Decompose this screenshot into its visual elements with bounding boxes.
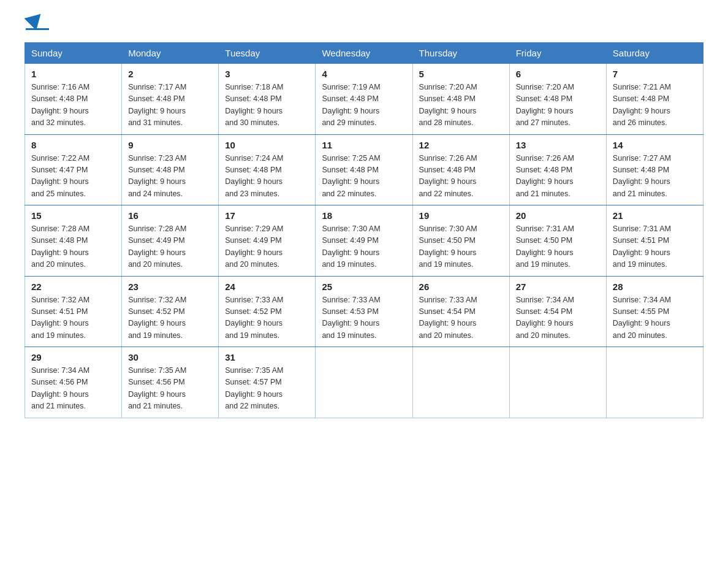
calendar-cell: 20 Sunrise: 7:31 AMSunset: 4:50 PMDaylig… xyxy=(509,205,606,277)
calendar-cell: 19 Sunrise: 7:30 AMSunset: 4:50 PMDaylig… xyxy=(412,205,509,277)
day-number: 11 xyxy=(322,140,406,150)
day-number: 28 xyxy=(613,282,697,292)
calendar-cell: 15 Sunrise: 7:28 AMSunset: 4:48 PMDaylig… xyxy=(25,205,122,277)
day-number: 15 xyxy=(31,210,115,221)
weekday-header-thursday: Thursday xyxy=(412,43,509,64)
calendar-week-4: 22 Sunrise: 7:32 AMSunset: 4:51 PMDaylig… xyxy=(25,276,703,347)
weekday-header-tuesday: Tuesday xyxy=(219,43,316,64)
calendar-cell: 4 Sunrise: 7:19 AMSunset: 4:48 PMDayligh… xyxy=(316,64,412,135)
day-info: Sunrise: 7:26 AMSunset: 4:48 PMDaylight:… xyxy=(516,153,600,201)
day-number: 24 xyxy=(225,282,309,292)
day-number: 10 xyxy=(225,140,309,150)
calendar-cell: 31 Sunrise: 7:35 AMSunset: 4:57 PMDaylig… xyxy=(219,347,316,418)
calendar-cell: 29 Sunrise: 7:34 AMSunset: 4:56 PMDaylig… xyxy=(25,347,122,418)
day-number: 25 xyxy=(322,282,406,292)
day-info: Sunrise: 7:34 AMSunset: 4:54 PMDaylight:… xyxy=(516,294,600,342)
day-info: Sunrise: 7:29 AMSunset: 4:49 PMDaylight:… xyxy=(225,223,309,271)
day-info: Sunrise: 7:18 AMSunset: 4:48 PMDaylight:… xyxy=(225,82,309,129)
day-number: 31 xyxy=(225,352,309,362)
calendar-cell: 23 Sunrise: 7:32 AMSunset: 4:52 PMDaylig… xyxy=(122,276,219,347)
day-info: Sunrise: 7:23 AMSunset: 4:48 PMDaylight:… xyxy=(128,153,212,201)
day-info: Sunrise: 7:21 AMSunset: 4:48 PMDaylight:… xyxy=(613,82,697,129)
calendar-week-2: 8 Sunrise: 7:22 AMSunset: 4:47 PMDayligh… xyxy=(25,134,703,205)
day-number: 5 xyxy=(419,69,503,79)
day-info: Sunrise: 7:33 AMSunset: 4:53 PMDaylight:… xyxy=(322,294,406,342)
calendar-cell: 18 Sunrise: 7:30 AMSunset: 4:49 PMDaylig… xyxy=(316,205,412,277)
day-info: Sunrise: 7:34 AMSunset: 4:56 PMDaylight:… xyxy=(31,365,115,413)
day-info: Sunrise: 7:27 AMSunset: 4:48 PMDaylight:… xyxy=(613,153,697,201)
weekday-header-wednesday: Wednesday xyxy=(316,43,412,64)
day-info: Sunrise: 7:32 AMSunset: 4:51 PMDaylight:… xyxy=(31,294,115,342)
day-info: Sunrise: 7:34 AMSunset: 4:55 PMDaylight:… xyxy=(613,294,697,342)
day-info: Sunrise: 7:17 AMSunset: 4:48 PMDaylight:… xyxy=(128,82,212,129)
day-number: 7 xyxy=(613,69,697,79)
day-info: Sunrise: 7:16 AMSunset: 4:48 PMDaylight:… xyxy=(31,82,115,129)
day-info: Sunrise: 7:20 AMSunset: 4:48 PMDaylight:… xyxy=(516,82,600,129)
calendar-cell xyxy=(606,347,703,418)
day-number: 21 xyxy=(613,210,697,221)
day-number: 20 xyxy=(516,210,600,221)
day-info: Sunrise: 7:35 AMSunset: 4:57 PMDaylight:… xyxy=(225,365,309,413)
day-number: 9 xyxy=(128,140,212,150)
day-number: 17 xyxy=(225,210,309,221)
day-number: 19 xyxy=(419,210,503,221)
day-number: 29 xyxy=(31,352,115,362)
calendar-cell xyxy=(412,347,509,418)
calendar-cell: 5 Sunrise: 7:20 AMSunset: 4:48 PMDayligh… xyxy=(412,64,509,135)
day-number: 6 xyxy=(516,69,600,79)
calendar-cell: 17 Sunrise: 7:29 AMSunset: 4:49 PMDaylig… xyxy=(219,205,316,277)
day-info: Sunrise: 7:19 AMSunset: 4:48 PMDaylight:… xyxy=(322,82,406,129)
calendar-cell: 10 Sunrise: 7:24 AMSunset: 4:48 PMDaylig… xyxy=(219,134,316,205)
day-info: Sunrise: 7:20 AMSunset: 4:48 PMDaylight:… xyxy=(419,82,503,129)
calendar-cell: 1 Sunrise: 7:16 AMSunset: 4:48 PMDayligh… xyxy=(25,64,122,135)
day-info: Sunrise: 7:35 AMSunset: 4:56 PMDaylight:… xyxy=(128,365,212,413)
day-info: Sunrise: 7:31 AMSunset: 4:51 PMDaylight:… xyxy=(613,223,697,271)
calendar-table: SundayMondayTuesdayWednesdayThursdayFrid… xyxy=(25,42,703,418)
logo xyxy=(25,18,51,30)
day-number: 16 xyxy=(128,210,212,221)
day-info: Sunrise: 7:24 AMSunset: 4:48 PMDaylight:… xyxy=(225,153,309,201)
calendar-cell: 30 Sunrise: 7:35 AMSunset: 4:56 PMDaylig… xyxy=(122,347,219,418)
calendar-cell: 2 Sunrise: 7:17 AMSunset: 4:48 PMDayligh… xyxy=(122,64,219,135)
calendar-cell: 21 Sunrise: 7:31 AMSunset: 4:51 PMDaylig… xyxy=(606,205,703,277)
calendar-cell xyxy=(509,347,606,418)
calendar-cell: 12 Sunrise: 7:26 AMSunset: 4:48 PMDaylig… xyxy=(412,134,509,205)
calendar-cell: 25 Sunrise: 7:33 AMSunset: 4:53 PMDaylig… xyxy=(316,276,412,347)
day-number: 2 xyxy=(128,69,212,79)
day-number: 30 xyxy=(128,352,212,362)
calendar-cell: 9 Sunrise: 7:23 AMSunset: 4:48 PMDayligh… xyxy=(122,134,219,205)
calendar-cell: 11 Sunrise: 7:25 AMSunset: 4:48 PMDaylig… xyxy=(316,134,412,205)
calendar-cell: 26 Sunrise: 7:33 AMSunset: 4:54 PMDaylig… xyxy=(412,276,509,347)
day-number: 13 xyxy=(516,140,600,150)
day-info: Sunrise: 7:30 AMSunset: 4:49 PMDaylight:… xyxy=(322,223,406,271)
weekday-header-friday: Friday xyxy=(509,43,606,64)
calendar-cell: 3 Sunrise: 7:18 AMSunset: 4:48 PMDayligh… xyxy=(219,64,316,135)
calendar-week-3: 15 Sunrise: 7:28 AMSunset: 4:48 PMDaylig… xyxy=(25,205,703,277)
calendar-cell: 13 Sunrise: 7:26 AMSunset: 4:48 PMDaylig… xyxy=(509,134,606,205)
day-info: Sunrise: 7:33 AMSunset: 4:52 PMDaylight:… xyxy=(225,294,309,342)
day-info: Sunrise: 7:31 AMSunset: 4:50 PMDaylight:… xyxy=(516,223,600,271)
day-number: 22 xyxy=(31,282,115,292)
calendar-cell: 14 Sunrise: 7:27 AMSunset: 4:48 PMDaylig… xyxy=(606,134,703,205)
day-number: 3 xyxy=(225,69,309,79)
calendar-cell: 7 Sunrise: 7:21 AMSunset: 4:48 PMDayligh… xyxy=(606,64,703,135)
day-number: 27 xyxy=(516,282,600,292)
day-info: Sunrise: 7:25 AMSunset: 4:48 PMDaylight:… xyxy=(322,153,406,201)
day-number: 26 xyxy=(419,282,503,292)
day-info: Sunrise: 7:33 AMSunset: 4:54 PMDaylight:… xyxy=(419,294,503,342)
calendar-cell: 28 Sunrise: 7:34 AMSunset: 4:55 PMDaylig… xyxy=(606,276,703,347)
calendar-cell: 6 Sunrise: 7:20 AMSunset: 4:48 PMDayligh… xyxy=(509,64,606,135)
day-info: Sunrise: 7:28 AMSunset: 4:48 PMDaylight:… xyxy=(31,223,115,271)
day-info: Sunrise: 7:30 AMSunset: 4:50 PMDaylight:… xyxy=(419,223,503,271)
weekday-header-saturday: Saturday xyxy=(606,43,703,64)
day-number: 23 xyxy=(128,282,212,292)
day-info: Sunrise: 7:26 AMSunset: 4:48 PMDaylight:… xyxy=(419,153,503,201)
calendar-cell: 8 Sunrise: 7:22 AMSunset: 4:47 PMDayligh… xyxy=(25,134,122,205)
calendar-cell: 16 Sunrise: 7:28 AMSunset: 4:49 PMDaylig… xyxy=(122,205,219,277)
day-number: 14 xyxy=(613,140,697,150)
calendar-cell xyxy=(316,347,412,418)
day-info: Sunrise: 7:32 AMSunset: 4:52 PMDaylight:… xyxy=(128,294,212,342)
day-number: 4 xyxy=(322,69,406,79)
day-info: Sunrise: 7:22 AMSunset: 4:47 PMDaylight:… xyxy=(31,153,115,201)
day-number: 18 xyxy=(322,210,406,221)
